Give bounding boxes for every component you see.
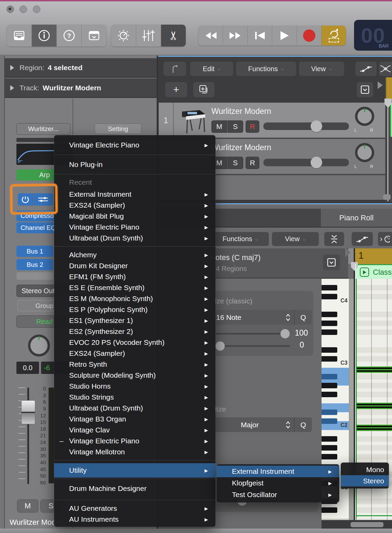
track-record-button[interactable]: R bbox=[246, 120, 259, 133]
piano-key-black[interactable] bbox=[322, 347, 337, 353]
lcd-display[interactable]: 00 BAR bbox=[354, 20, 392, 51]
quantize-strength-thumb[interactable] bbox=[280, 329, 290, 338]
track-pan-knob[interactable] bbox=[355, 107, 374, 126]
close-button[interactable] bbox=[6, 5, 14, 13]
menu-item[interactable]: Drum Machine Designer bbox=[54, 480, 215, 497]
pianoroll-hscrollbar[interactable] bbox=[351, 522, 383, 527]
submenu-item[interactable]: Klopfgeist bbox=[217, 477, 339, 489]
tracks-functions-menu[interactable]: Functions⌵ bbox=[236, 62, 296, 76]
patch-name-button[interactable]: Wurlitzer... bbox=[16, 123, 70, 135]
menu-item[interactable]: Studio Strings bbox=[54, 392, 215, 403]
send-slot-1[interactable]: Bus 1 bbox=[16, 246, 53, 257]
mute-button[interactable]: M bbox=[17, 499, 38, 512]
volume-value[interactable]: 0.0 bbox=[16, 362, 39, 374]
menu-item[interactable]: Utility bbox=[54, 463, 215, 478]
menu-item[interactable]: Vintage Mellotron bbox=[54, 446, 215, 457]
tracks-scrollbar[interactable] bbox=[383, 194, 391, 200]
menu-item[interactable]: Retro Synth bbox=[54, 359, 215, 370]
menu-item[interactable]: ES1 (Synthesizer 1) bbox=[54, 315, 215, 326]
menu-item[interactable]: Magical 8bit Plug bbox=[54, 211, 215, 222]
quantize-range-slider[interactable] bbox=[215, 345, 290, 347]
menu-item[interactable]: Alchemy bbox=[54, 249, 215, 260]
catch-playhead-button[interactable] bbox=[164, 62, 186, 76]
piano-key-black[interactable] bbox=[322, 294, 337, 299]
region-sliver[interactable] bbox=[390, 103, 392, 137]
track-volume-slider[interactable] bbox=[263, 159, 349, 166]
play-button[interactable] bbox=[272, 26, 297, 46]
menu-item[interactable]: AU Instruments bbox=[54, 514, 215, 525]
piano-key-black[interactable] bbox=[322, 329, 337, 335]
add-track-button[interactable]: + bbox=[165, 82, 187, 97]
menu-item[interactable]: Vintage Clav bbox=[54, 425, 215, 436]
menu-item[interactable]: Vintage Electric Piano bbox=[54, 136, 215, 154]
menu-item[interactable]: External Instrument bbox=[54, 189, 215, 200]
minimize-button[interactable] bbox=[19, 5, 27, 13]
quantize-range-thumb[interactable] bbox=[215, 341, 225, 351]
track-solo-button[interactable]: S bbox=[227, 157, 243, 169]
quantize-strength-slider[interactable] bbox=[215, 333, 290, 335]
menu-item[interactable]: Drum Kit Designer bbox=[54, 260, 215, 271]
smart-controls-button[interactable] bbox=[111, 25, 136, 47]
menu-item[interactable]: ES E (Ensemble Synth) bbox=[54, 282, 215, 293]
collapse-button[interactable] bbox=[324, 232, 344, 246]
menu-item[interactable]: Studio Horns bbox=[54, 381, 215, 392]
tracks-flex-button[interactable] bbox=[379, 62, 392, 76]
track-volume-thumb[interactable] bbox=[311, 157, 322, 168]
menu-item[interactable]: No Plug-in bbox=[54, 156, 215, 173]
menu-item[interactable]: EXS24 (Sampler) bbox=[54, 348, 215, 359]
track-volume-slider[interactable] bbox=[263, 122, 349, 130]
piano-key-black[interactable] bbox=[322, 454, 337, 459]
region-inspector-header[interactable]: Region: 4 selected bbox=[5, 58, 157, 78]
track-inspector-header[interactable]: Track: Wurlitzer Modern bbox=[5, 78, 157, 98]
editors-button[interactable]: ✂ bbox=[161, 25, 186, 47]
go-to-beginning-button[interactable] bbox=[248, 26, 272, 46]
midi-note-E2[interactable] bbox=[356, 403, 392, 409]
track-pan-knob[interactable] bbox=[355, 143, 374, 162]
midi-note-C2[interactable] bbox=[356, 425, 392, 431]
menu-item[interactable]: Recent bbox=[54, 176, 215, 189]
menu-item[interactable]: Vintage Electric Piano bbox=[54, 436, 215, 446]
tracks-automation-button[interactable] bbox=[355, 62, 377, 76]
region-play-button[interactable] bbox=[360, 268, 369, 277]
rewind-button[interactable] bbox=[198, 26, 223, 46]
region-header[interactable]: Class bbox=[356, 264, 392, 279]
track-volume-thumb[interactable] bbox=[311, 120, 322, 132]
piano-key-black[interactable] bbox=[322, 374, 337, 379]
pan-knob[interactable] bbox=[28, 335, 50, 356]
fast-forward-button[interactable] bbox=[223, 26, 248, 46]
piano-key-black[interactable] bbox=[322, 445, 337, 451]
pianoroll-functions-menu[interactable]: Functions⌵ bbox=[212, 232, 269, 246]
piano-key-black[interactable] bbox=[322, 321, 337, 326]
submenu-item[interactable]: External Instrument bbox=[217, 466, 339, 477]
menu-item[interactable]: Sculpture (Modeling Synth) bbox=[54, 370, 215, 381]
time-quantize-q-button[interactable]: Q bbox=[295, 310, 312, 325]
pianoroll-view-menu[interactable]: View⌵ bbox=[272, 232, 319, 246]
duplicate-track-button[interactable] bbox=[193, 82, 214, 97]
menu-item[interactable]: ES P (Polyphonic Synth) bbox=[54, 304, 215, 315]
scale-quantize-dropdown[interactable]: Major Q bbox=[209, 417, 312, 432]
menu-item[interactable]: EXS24 (Sampler) bbox=[54, 200, 215, 211]
piano-key-black[interactable] bbox=[322, 383, 337, 388]
record-button[interactable] bbox=[297, 26, 322, 46]
piano-key-black[interactable] bbox=[322, 418, 337, 424]
cycle-button[interactable] bbox=[322, 26, 346, 46]
cycle-range[interactable]: 1 bbox=[355, 248, 392, 264]
midi-note-B2[interactable] bbox=[356, 366, 392, 373]
piano-key-black[interactable] bbox=[322, 356, 337, 362]
submenu-item[interactable]: Test Oscillator bbox=[217, 489, 339, 500]
track-record-button[interactable]: R bbox=[246, 157, 259, 169]
menu-item[interactable]: Ultrabeat (Drum Synth) bbox=[54, 233, 215, 244]
menu-item[interactable]: ES2 (Synthesizer 2) bbox=[54, 326, 215, 337]
empty-send-slot[interactable] bbox=[16, 272, 53, 280]
toolbar-button[interactable] bbox=[82, 25, 106, 47]
inspector-button[interactable] bbox=[32, 25, 57, 47]
format-item[interactable]: Stereo bbox=[341, 475, 389, 486]
menu-item[interactable]: Vintage Electric Piano bbox=[54, 222, 215, 233]
track-solo-button[interactable]: S bbox=[227, 120, 243, 133]
zoom-button[interactable] bbox=[33, 5, 40, 13]
menu-item[interactable]: ES M (Monophonic Synth) bbox=[54, 293, 215, 304]
setting-button[interactable]: Setting bbox=[95, 124, 141, 134]
time-quantize-dropdown[interactable]: 16 Note Q bbox=[209, 310, 312, 325]
track-mute-button[interactable]: M bbox=[211, 120, 227, 133]
notes-options-button[interactable] bbox=[323, 255, 340, 270]
